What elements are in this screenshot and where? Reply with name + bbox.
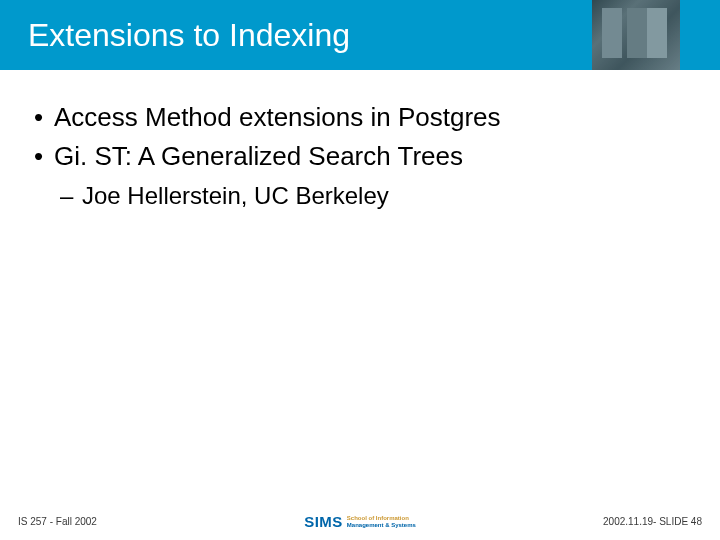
bullet-2: Gi. ST: A Generalized Search Trees [30,139,690,174]
slide-content: Access Method extensions in Postgres Gi.… [0,70,720,210]
header-decorative-image [592,0,680,70]
sims-logo-subtext: School of Information Management & Syste… [347,515,416,528]
bullet-1: Access Method extensions in Postgres [30,100,690,135]
sims-logo-text: SIMS [304,513,343,530]
footer-logo-area: SIMS School of Information Management & … [246,513,474,530]
sims-line2: Management & Systems [347,522,416,528]
footer-course: IS 257 - Fall 2002 [18,516,246,527]
slide-title: Extensions to Indexing [28,17,350,54]
sims-logo: SIMS School of Information Management & … [304,513,416,530]
sub-bullet-1: Joe Hellerstein, UC Berkeley [30,182,690,210]
slide-header: Extensions to Indexing [0,0,720,70]
slide-footer: IS 257 - Fall 2002 SIMS School of Inform… [0,513,720,530]
footer-date-slide: 2002.11.19- SLIDE 48 [474,516,702,527]
